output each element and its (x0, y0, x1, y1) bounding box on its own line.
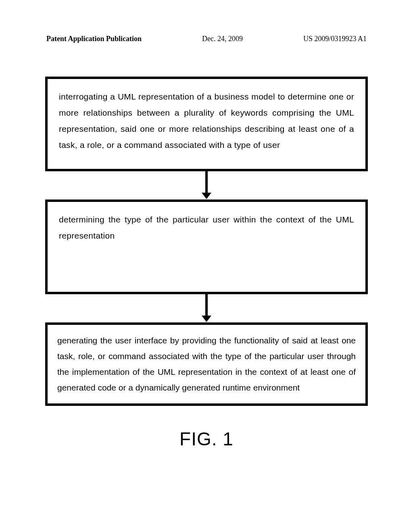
header-date: Dec. 24, 2009 (202, 35, 243, 43)
flowchart-diagram: interrogating a UML representation of a … (45, 77, 368, 450)
arrow-1-to-2 (45, 171, 368, 200)
flowchart-step-2: determining the type of the particular u… (45, 200, 368, 294)
arrow-down-icon (205, 171, 208, 193)
flowchart-step-3: generating the user interface by providi… (45, 322, 368, 406)
figure-label: FIG. 1 (45, 428, 368, 450)
flowchart-step-1: interrogating a UML representation of a … (45, 77, 368, 171)
header-publication-type: Patent Application Publication (46, 35, 142, 43)
page-header: Patent Application Publication Dec. 24, … (0, 35, 413, 43)
arrow-2-to-3 (45, 294, 368, 322)
header-patent-number: US 2009/0319923 A1 (303, 35, 367, 43)
arrow-down-icon (205, 294, 208, 316)
